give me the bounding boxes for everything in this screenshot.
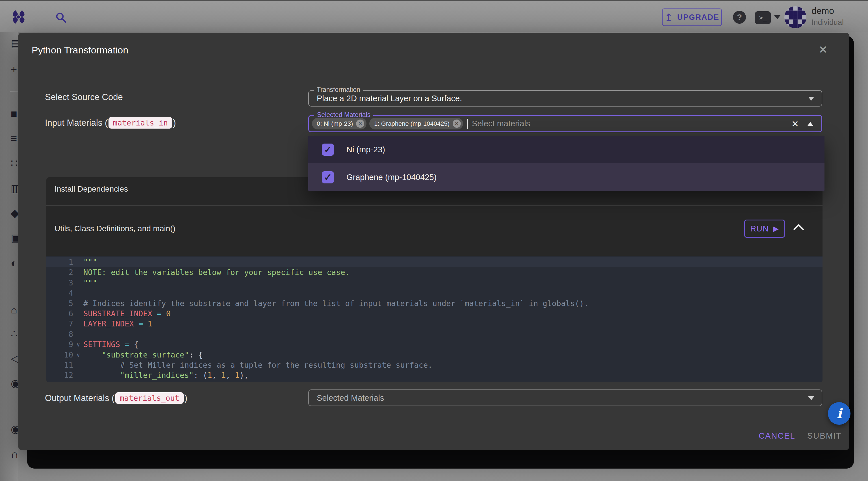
add-icon[interactable]: +	[11, 64, 17, 74]
install-dependencies-section[interactable]: Install Dependencies	[55, 184, 128, 193]
line-number: 11	[46, 360, 73, 370]
search-icon[interactable]	[55, 12, 67, 23]
share-icon[interactable]: ◁	[11, 353, 19, 364]
play-icon: ▶	[773, 224, 779, 233]
fold-gutter	[73, 309, 83, 319]
fold-gutter	[73, 257, 83, 267]
transformation-select-value: Place a 2D material Layer on a Surface.	[317, 94, 462, 103]
list-icon[interactable]: ≡	[11, 133, 17, 144]
upgrade-arrow-icon: ↥	[664, 11, 673, 23]
submit-button[interactable]: SUBMIT	[807, 431, 842, 441]
clear-selection-icon[interactable]: ✕	[792, 118, 799, 129]
info-icon: i	[837, 405, 842, 421]
select-materials-placeholder: Select materials	[472, 119, 530, 128]
code-line: 1"""	[46, 257, 823, 267]
input-materials-label: Input Materials ( materials_in )	[45, 117, 176, 128]
user-avatar[interactable]	[784, 6, 806, 28]
team-icon[interactable]: ∴	[11, 328, 18, 339]
media-icon[interactable]: ▣	[11, 233, 19, 243]
code-line: 11 # Set Miller indices as a tuple for t…	[46, 360, 823, 370]
support-icon[interactable]: ∩	[11, 449, 19, 459]
terminal-icon: >_	[759, 14, 767, 21]
checkbox-checked-icon[interactable]: ✓	[322, 144, 334, 156]
chip-label: 0: Ni (mp-23)	[317, 120, 353, 127]
code-line: 10∨ "substrate_surface": {	[46, 350, 823, 360]
material-option[interactable]: ✓Graphene (mp-1040425)	[308, 163, 825, 191]
fold-gutter	[73, 319, 83, 329]
fold-gutter	[73, 288, 83, 298]
code-text: # Indices identify the substrate and lay…	[83, 298, 589, 309]
info-floating-button[interactable]: i	[828, 402, 850, 425]
fold-arrow-icon[interactable]: ∨	[73, 350, 83, 360]
atoms-icon[interactable]: ∷	[11, 158, 18, 169]
output-materials-suffix: )	[185, 393, 187, 403]
cancel-button[interactable]: CANCEL	[758, 431, 795, 441]
input-materials-prefix: Input Materials (	[45, 118, 107, 128]
console-button[interactable]: >_	[755, 11, 771, 24]
code-editor[interactable]: 1"""2NOTE: edit the variables below for …	[46, 256, 823, 382]
select-source-code-label: Select Source Code	[45, 92, 123, 102]
chevron-down-icon[interactable]	[808, 396, 814, 400]
meter-icon[interactable]: ◐	[11, 258, 17, 269]
utils-section-header[interactable]: Utils, Class Definitions, and main()	[55, 224, 176, 233]
line-number: 12	[46, 370, 73, 381]
material-chip[interactable]: 0: Ni (mp-23)✕	[312, 118, 367, 129]
collapse-section-icon[interactable]	[793, 223, 805, 231]
source-code-panel: Install Dependencies Utils, Class Defini…	[46, 177, 823, 382]
transformation-select[interactable]: Transformation Place a 2D material Layer…	[308, 90, 822, 107]
fold-gutter	[73, 267, 83, 277]
code-line: 7LAYER_INDEX = 1	[46, 319, 823, 329]
fold-gutter	[73, 329, 83, 339]
web-icon[interactable]: ◉	[11, 378, 19, 389]
line-number: 4	[46, 288, 73, 298]
code-line: 9∨SETTINGS = {	[46, 339, 823, 350]
code-text: SUBSTRATE_INDEX = 0	[83, 309, 170, 319]
line-number: 6	[46, 309, 73, 319]
globe-icon[interactable]: ◉	[11, 424, 19, 434]
materials-dropdown-menu: ✓Ni (mp-23)✓Graphene (mp-1040425)	[308, 136, 825, 191]
selected-materials-multiselect[interactable]: Selected Materials 0: Ni (mp-23)✕1: Grap…	[308, 115, 822, 132]
chevron-down-icon[interactable]	[808, 97, 814, 100]
materials-icon[interactable]: ■	[11, 108, 17, 119]
materials-out-code-chip: materials_out	[115, 392, 183, 404]
chip-label: 1: Graphene (mp-1040425)	[374, 120, 450, 127]
bank-icon[interactable]: ▥	[11, 183, 19, 193]
home-icon[interactable]: ⌂	[11, 304, 17, 315]
workflows-icon[interactable]: ◆	[11, 208, 19, 218]
line-number: 9	[46, 339, 73, 350]
chevron-up-icon[interactable]	[807, 122, 813, 126]
upgrade-label: UPGRADE	[677, 13, 719, 22]
chip-delete-icon[interactable]: ✕	[356, 120, 364, 128]
close-icon[interactable]: ✕	[818, 43, 828, 56]
fold-arrow-icon[interactable]: ∨	[73, 339, 83, 350]
code-line: 6SUBSTRATE_INDEX = 0	[46, 309, 823, 319]
output-select-value: Selected Materials	[317, 393, 384, 402]
output-materials-select[interactable]: Selected Materials	[308, 389, 822, 406]
material-chip[interactable]: 1: Graphene (mp-1040425)✕	[369, 118, 463, 129]
upgrade-button[interactable]: ↥ UPGRADE	[662, 8, 722, 26]
top-app-bar: ↥ UPGRADE ? >_ demo Individual	[0, 0, 868, 32]
transformation-select-label: Transformation	[314, 86, 363, 94]
materials-in-code-chip: materials_in	[108, 117, 172, 128]
run-button[interactable]: RUN ▶	[744, 219, 785, 238]
code-text: LAYER_INDEX = 1	[83, 319, 152, 329]
code-line: 5# Indices identify the substrate and la…	[46, 298, 823, 309]
code-text: """	[83, 278, 97, 288]
help-button[interactable]: ?	[733, 11, 746, 24]
chip-delete-icon[interactable]: ✕	[453, 120, 461, 128]
modules-icon[interactable]: ▤	[11, 38, 19, 49]
code-line: 4	[46, 288, 823, 298]
console-dropdown-caret-icon[interactable]	[774, 15, 780, 19]
code-text: # Set Miller indices as a tuple for the …	[83, 360, 432, 370]
user-role: Individual	[811, 18, 844, 27]
fold-gutter	[73, 370, 83, 381]
line-number: 7	[46, 319, 73, 329]
fold-gutter	[73, 298, 83, 309]
option-label: Graphene (mp-1040425)	[346, 173, 437, 182]
left-sidebar: ▤+■≡∷▥◆▣◐⌂∴◁◉◉∩	[0, 32, 19, 481]
app-logo-icon[interactable]	[11, 10, 26, 24]
user-name[interactable]: demo	[811, 6, 834, 16]
selected-materials-chips: 0: Ni (mp-23)✕1: Graphene (mp-1040425)✕ …	[312, 116, 530, 131]
checkbox-checked-icon[interactable]: ✓	[322, 171, 334, 183]
material-option[interactable]: ✓Ni (mp-23)	[308, 136, 825, 163]
